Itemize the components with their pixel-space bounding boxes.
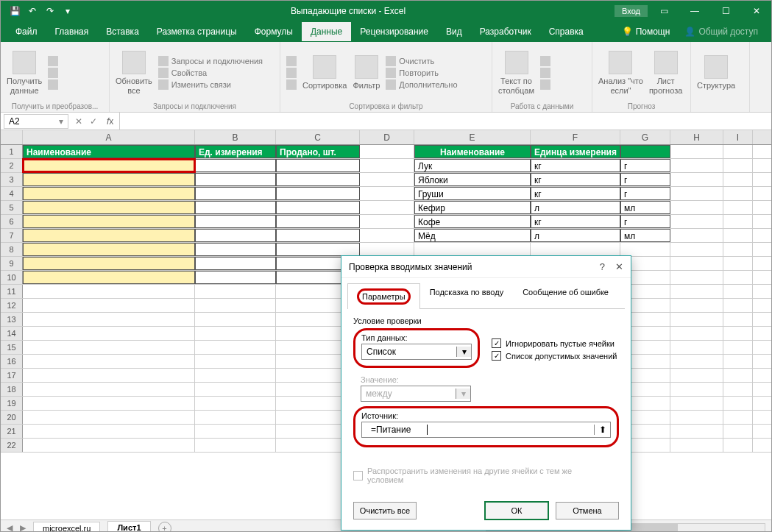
cell[interactable] — [360, 187, 414, 200]
cancel-formula-icon[interactable]: ✕ — [71, 116, 86, 127]
allow-type-dropdown[interactable]: Список▾ — [361, 344, 472, 360]
cell[interactable] — [23, 355, 195, 368]
cell[interactable] — [670, 327, 723, 340]
cell[interactable]: кг — [531, 187, 620, 200]
advanced-filter[interactable]: Дополнительно — [386, 79, 457, 90]
queries-connections[interactable]: Запросы и подключения — [158, 56, 263, 66]
cell[interactable] — [723, 229, 753, 242]
cell[interactable] — [723, 187, 753, 200]
row-header[interactable]: 12 — [1, 299, 23, 312]
cell[interactable] — [23, 425, 195, 438]
qat-more-icon[interactable]: ▾ — [61, 4, 74, 18]
cell[interactable]: Мёд — [414, 229, 531, 242]
cell[interactable] — [723, 397, 753, 410]
cell[interactable] — [723, 173, 753, 186]
cell[interactable] — [195, 341, 276, 354]
ok-button[interactable]: ОК — [485, 502, 548, 519]
tab-formulas[interactable]: Формулы — [246, 22, 302, 41]
confirm-formula-icon[interactable]: ✓ — [86, 116, 101, 127]
cell[interactable]: Ед. измерения — [195, 145, 276, 158]
redo-icon[interactable]: ↷ — [43, 4, 57, 18]
cell[interactable] — [23, 271, 195, 284]
cell[interactable] — [723, 313, 753, 326]
cell[interactable] — [195, 327, 276, 340]
cell[interactable] — [195, 369, 276, 382]
cell[interactable] — [360, 229, 414, 242]
row-header[interactable]: 5 — [1, 201, 23, 214]
tell-me[interactable]: 💡 Помощн — [615, 26, 678, 37]
cell[interactable] — [723, 145, 753, 158]
cell[interactable] — [23, 341, 195, 354]
dialog-close-icon[interactable]: ✕ — [615, 261, 623, 272]
cell[interactable]: Продано, шт. — [276, 145, 360, 158]
cell[interactable]: кг — [531, 173, 620, 186]
cell[interactable] — [23, 257, 195, 270]
cell[interactable]: мл — [620, 229, 670, 242]
sheet-nav-next-icon[interactable]: ▶ — [20, 523, 26, 532]
cell[interactable] — [195, 271, 276, 284]
cell[interactable] — [195, 425, 276, 438]
filter-button[interactable]: Фильтр — [353, 55, 380, 90]
ignore-blank-checkbox[interactable]: ✓Игнорировать пустые ячейки — [492, 338, 617, 348]
row-header[interactable]: 7 — [1, 229, 23, 242]
cell[interactable] — [670, 215, 723, 228]
cell[interactable] — [23, 369, 195, 382]
cell[interactable]: л — [531, 201, 620, 214]
row-header[interactable]: 13 — [1, 313, 23, 326]
cell[interactable] — [195, 257, 276, 270]
col-header[interactable]: F — [531, 130, 620, 144]
cell[interactable] — [23, 201, 195, 214]
cell[interactable] — [723, 439, 753, 452]
cell[interactable] — [23, 229, 195, 242]
row-header[interactable]: 19 — [1, 397, 23, 410]
tab-review[interactable]: Рецензирование — [351, 22, 437, 41]
row-header[interactable]: 18 — [1, 383, 23, 396]
col-header[interactable]: A — [23, 130, 195, 144]
cell[interactable]: Кофе — [414, 215, 531, 228]
cell[interactable] — [23, 397, 195, 410]
row-header[interactable]: 10 — [1, 271, 23, 284]
cell[interactable] — [723, 411, 753, 424]
cell[interactable] — [23, 215, 195, 228]
row-header[interactable]: 8 — [1, 243, 23, 256]
sheet-tab[interactable]: microexcel.ru — [33, 522, 100, 532]
close-icon[interactable]: ✕ — [742, 1, 771, 21]
in-cell-dropdown-checkbox[interactable]: ✓Список допустимых значений — [492, 351, 617, 361]
cell[interactable] — [360, 145, 414, 158]
text-to-columns-button[interactable]: Текст по столбцам — [498, 51, 534, 94]
cell[interactable]: л — [531, 229, 620, 242]
col-header[interactable]: D — [360, 130, 414, 144]
cell[interactable] — [195, 173, 276, 186]
cell[interactable]: Наименование — [414, 145, 531, 158]
tab-home[interactable]: Главная — [46, 22, 98, 41]
cell[interactable] — [670, 299, 723, 312]
cell[interactable] — [195, 285, 276, 298]
cell[interactable] — [23, 285, 195, 298]
dialog-tab-parameters[interactable]: Параметры — [347, 283, 420, 309]
cell[interactable] — [670, 313, 723, 326]
dialog-tab-error-alert[interactable]: Сообщение об ошибке — [513, 283, 618, 308]
row-header[interactable]: 20 — [1, 411, 23, 424]
cell[interactable] — [670, 285, 723, 298]
cell[interactable] — [276, 187, 360, 200]
tab-developer[interactable]: Разработчик — [471, 22, 540, 41]
cell[interactable] — [195, 299, 276, 312]
cell[interactable] — [670, 397, 723, 410]
edit-links[interactable]: Изменить связи — [158, 79, 263, 90]
cell[interactable] — [670, 369, 723, 382]
cell[interactable] — [195, 411, 276, 424]
row-header[interactable]: 11 — [1, 285, 23, 298]
cell[interactable]: Груши — [414, 187, 531, 200]
cell[interactable] — [620, 243, 670, 256]
cell[interactable] — [723, 159, 753, 172]
cancel-button[interactable]: Отмена — [556, 502, 619, 519]
refresh-all-button[interactable]: Обновить все — [116, 51, 152, 94]
cell[interactable]: мл — [620, 201, 670, 214]
clear-all-button[interactable]: Очистить все — [353, 502, 417, 519]
fx-icon[interactable]: fx — [101, 116, 119, 127]
cell[interactable] — [723, 271, 753, 284]
cell[interactable] — [531, 243, 620, 256]
cell[interactable] — [723, 257, 753, 270]
cell[interactable]: Кефир — [414, 201, 531, 214]
cell[interactable] — [195, 313, 276, 326]
